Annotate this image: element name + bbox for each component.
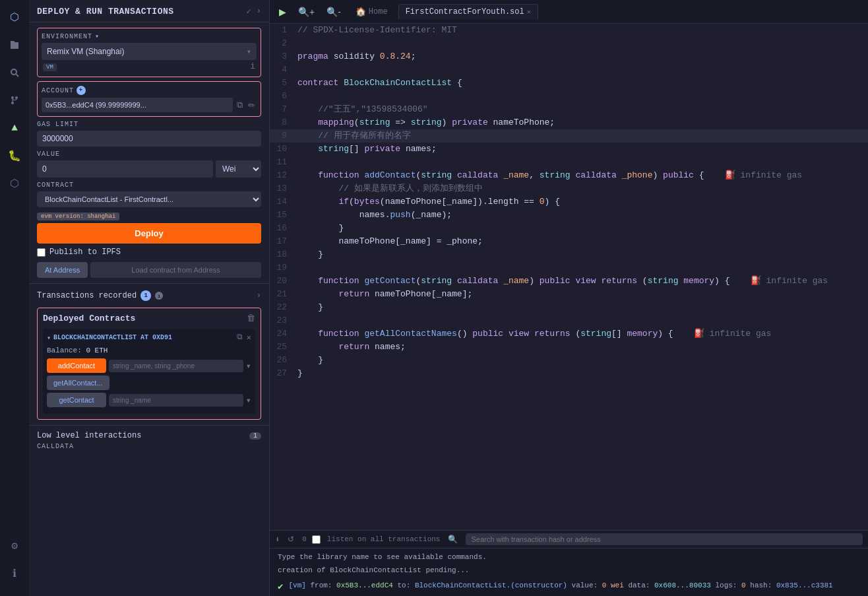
zoom-in-button[interactable]: 🔍+ [294,4,319,20]
environment-box: ENVIRONMENT ▾ Remix VM (Shanghai) ▾ VM i [37,28,261,77]
balance-value: 0 ETH [86,347,108,354]
plugin2-sidebar-icon[interactable]: ⬡ [3,172,26,195]
deploy-button[interactable]: Deploy [37,223,261,244]
value-section: VALUE Wei Gwei Finney Ether [37,150,261,178]
svg-point-4 [15,96,18,99]
search-sidebar-icon[interactable] [3,61,26,84]
deploy-sidebar-icon[interactable]: ▲ [3,116,26,140]
tab-sol-label: FirstContractForYouth.sol [406,7,524,17]
getcontact-chevron[interactable]: ▾ [246,395,251,406]
log-line-2: creation of BlockChainContactList pendin… [278,564,860,577]
value-unit-select[interactable]: Wei Gwei Finney Ether [216,160,261,178]
file-explorer-icon[interactable] [3,33,26,57]
contract-instance-header: ▾ BLOCKCHAINCONTACTLIST AT 0XD91 ⧉ ✕ [47,333,251,343]
evm-badge: evm version: shanghai [37,213,119,220]
bottom-bar: ⬇ ↺ 0 listen on all transactions 🔍 Type … [270,530,868,596]
transactions-label: Transactions recorded 1 i [37,290,163,301]
contract-actions: ⧉ ✕ [237,333,251,343]
log-line-1: Type the library name to see available c… [278,551,860,564]
close-contract-icon[interactable]: ✕ [247,333,251,343]
account-select[interactable]: 0x5B3...eddC4 (99.99999999... [42,98,233,112]
low-level-header: Low level interactions 1 [37,431,261,440]
copy-contract-icon[interactable]: ⧉ [237,333,243,343]
info-sidebar-icon[interactable]: ℹ [3,562,26,585]
code-line-16: 16 } [270,222,868,235]
code-line-27: 27 } [270,367,868,380]
code-line-26: 26 } [270,354,868,367]
gas-limit-section: GAS LIMIT [37,121,261,147]
publish-ipfs-label: Publish to IPFS [49,248,121,257]
listen-checkbox[interactable] [312,535,321,544]
zoom-out-button[interactable]: 🔍- [323,4,345,20]
func-row-addcontact: addContact ▾ [47,358,251,373]
arrow-down-icon[interactable]: ⬇ [275,535,280,545]
code-line-20: 20 function getContact(string calldata _… [270,275,868,288]
tx-count: 0 [302,535,307,543]
tab-close-icon[interactable]: ✕ [527,8,531,16]
log-text-1: Type the library name to see available c… [278,552,487,562]
load-contract-button[interactable]: Load contract from Address [90,262,261,278]
tab-sol[interactable]: FirstContractForYouth.sol ✕ [398,4,538,19]
log-text-2: creation of BlockChainContactList pendin… [278,566,469,576]
code-line-11: 11 [270,156,868,169]
environment-select-wrapper: Remix VM (Shanghai) ▾ [42,43,257,60]
code-line-9: 9 // 用于存储所有的名字 [270,129,868,143]
code-line-6: 6 [270,90,868,103]
getallcontact-button[interactable]: getAllContact... [47,376,109,390]
at-address-row: At Address Load contract from Address [37,262,261,278]
code-line-15: 15 names.push(_name); [270,209,868,222]
code-editor[interactable]: 1 // SPDX-License-Identifier: MIT 2 3 pr… [270,24,868,530]
chevron-down-icon[interactable]: ▾ [47,334,51,342]
code-line-4: 4 [270,63,868,77]
code-line-19: 19 [270,261,868,275]
addcontact-chevron[interactable]: ▾ [246,360,251,372]
value-label: VALUE [37,150,261,158]
contract-instance: ▾ BLOCKCHAINCONTACTLIST AT 0XD91 ⧉ ✕ Bal… [43,329,255,414]
check-icon[interactable]: ✓ [247,7,251,17]
trash-icon[interactable]: 🗑 [247,314,255,323]
transactions-info-icon[interactable]: i [155,292,163,300]
copy-account-btn[interactable]: ⧉ [235,98,244,112]
account-info-icon[interactable]: + [77,86,86,95]
transactions-chevron[interactable]: › [257,291,261,300]
bottom-log: Type the library name to see available c… [270,548,868,596]
panel-header-icons: ✓ › [247,7,261,17]
getcontact-param[interactable] [109,394,243,407]
value-input[interactable] [37,160,213,178]
publish-ipfs-checkbox[interactable] [37,248,46,257]
debug-sidebar-icon[interactable]: 🐛 [3,144,26,168]
deployed-contracts-box: Deployed Contracts 🗑 ▾ BLOCKCHAINCONTACT… [37,308,261,420]
expand-icon[interactable]: › [257,7,261,17]
low-level-badge: 1 [249,432,261,440]
deployed-title: Deployed Contracts [43,314,135,323]
run-button[interactable]: ▶ [275,4,290,20]
account-box: ACCOUNT + 0x5B3...eddC4 (99.99999999... … [37,81,261,117]
tab-home[interactable]: 🏠 Home [349,4,394,20]
gas-limit-input[interactable] [37,131,261,147]
code-line-24: 24 function getAllContactNames() public … [270,327,868,341]
search-input[interactable] [466,533,863,545]
svg-point-0 [11,69,16,75]
top-toolbar: ▶ 🔍+ 🔍- 🏠 Home FirstContractForYouth.sol… [270,0,868,24]
environment-select[interactable]: Remix VM (Shanghai) [42,43,257,60]
env-info-icon[interactable]: ▾ [95,32,100,40]
git-sidebar-icon[interactable] [3,88,26,112]
env-info-btn[interactable]: i [249,60,257,73]
addcontact-param[interactable] [109,360,243,372]
environment-section: ENVIRONMENT ▾ Remix VM (Shanghai) ▾ VM i… [29,22,269,283]
icon-sidebar: ⬡ ▲ 🐛 ⬡ ⚙ ℹ [0,0,29,596]
main-content: ▶ 🔍+ 🔍- 🏠 Home FirstContractForYouth.sol… [270,0,868,596]
transactions-badge: 1 [140,290,151,301]
at-address-button[interactable]: At Address [37,262,88,278]
plugin-manager-icon[interactable]: ⬡ [3,5,26,29]
panel-header: DEPLOY & RUN TRANSACTIONS ✓ › [29,0,269,22]
svg-point-3 [11,102,14,104]
settings-icon[interactable]: ⚙ [3,534,26,558]
search-log-btn[interactable]: 🔍 [445,533,460,545]
low-level-title: Low level interactions [37,431,141,440]
getcontact-button[interactable]: getContact [47,393,106,407]
contract-select[interactable]: BlockChainContactList - FirstContractl..… [37,191,261,207]
clear-log-btn[interactable]: ↺ [285,533,297,545]
addcontact-button[interactable]: addContact [47,358,106,373]
edit-account-btn[interactable]: ✏ [247,99,257,112]
